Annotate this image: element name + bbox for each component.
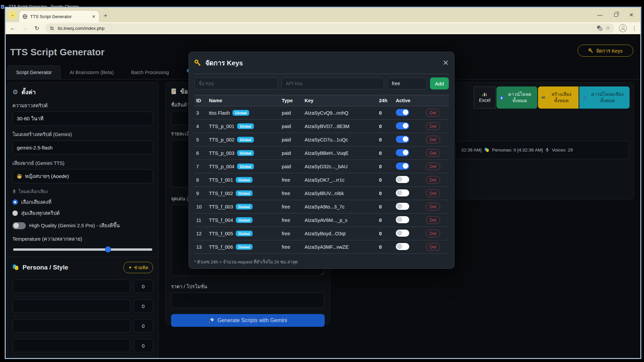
active-toggle[interactable] — [396, 122, 409, 129]
key-name: TTS_f_005Global — [209, 231, 282, 236]
excel-button[interactable]: Excel — [474, 86, 496, 109]
delete-key-button[interactable]: Del — [426, 230, 440, 237]
radio-fixed-voice[interactable]: เลือกเสียงคงที่ — [12, 198, 153, 206]
modal-close-icon[interactable]: ✕ — [443, 59, 449, 67]
reload-button[interactable]: ↻ — [33, 25, 41, 32]
persona-weight-input[interactable]: 0 — [133, 280, 153, 293]
temperature-slider[interactable] — [13, 248, 152, 251]
active-toggle[interactable] — [396, 163, 409, 170]
radio-unselected-icon — [12, 210, 18, 216]
active-toggle[interactable] — [396, 216, 409, 223]
key-value: AIzaSyBoyd...O3qI — [305, 231, 379, 236]
back-button[interactable]: ← — [9, 25, 16, 32]
manage-keys-button[interactable]: จัดการ Keys — [578, 45, 633, 57]
key-name: TTS_f_001Global — [209, 177, 282, 183]
persona-input[interactable] — [12, 319, 130, 333]
persona-weight-input[interactable]: 0 — [133, 299, 153, 313]
manage-keys-modal: จัดการ Keys ✕ free Add ID Name Type Key — [189, 52, 454, 269]
key-24h-count: 0 — [379, 191, 396, 196]
hq-toggle[interactable] — [12, 222, 26, 229]
active-toggle[interactable] — [396, 109, 409, 116]
delete-key-button[interactable]: Del — [426, 203, 440, 210]
key-id: 11 — [196, 218, 209, 223]
persona-help-button[interactable]: ✦ ช่วยคิด — [123, 262, 153, 273]
tab-close-icon[interactable]: ✕ — [92, 14, 96, 19]
length-label: ความยาวสคริปต์ — [12, 102, 153, 109]
key-name-input[interactable] — [194, 77, 278, 89]
tab-batch-processing[interactable]: Batch Processing — [122, 66, 178, 79]
tab-script-generator[interactable]: Script Generator — [7, 65, 61, 79]
persona-weight-input[interactable]: 0 — [133, 339, 153, 352]
tab-ai-brainstorm[interactable]: AI Brainstorm (Beta) — [61, 66, 122, 79]
bookmark-star-icon[interactable]: ☆ — [606, 25, 610, 31]
active-toggle[interactable] — [396, 189, 409, 196]
delete-key-button[interactable]: Del — [426, 189, 440, 197]
delete-key-button[interactable]: Del — [426, 109, 440, 117]
profile-avatar-icon[interactable] — [619, 24, 627, 32]
active-toggle[interactable] — [396, 243, 409, 250]
key-value: AIzaSyA9to...3_7c — [305, 204, 379, 209]
length-select[interactable]: 30-60 วินาที — [12, 112, 153, 126]
persona-input[interactable] — [12, 339, 130, 352]
svg-text:A: A — [600, 27, 601, 31]
delete-key-button[interactable]: Del — [426, 216, 440, 224]
active-toggle[interactable] — [396, 230, 409, 237]
masks-icon — [484, 147, 489, 153]
voice-label: เสียงพากย์ (Gemini TTS) — [12, 159, 153, 167]
key-24h-count: 0 — [379, 231, 396, 236]
window-close-button[interactable]: ✕ — [629, 12, 634, 18]
key-id: 6 — [196, 150, 209, 156]
tab-search-button[interactable]: ⌄ — [8, 11, 17, 19]
delete-key-button[interactable]: Del — [426, 136, 440, 143]
key-row: 12TTS_f_005GlobalfreeAIzaSyBoyd...O3qI0D… — [194, 227, 449, 240]
key-row: 9TTS_f_002GlobalfreeAIzaSyBlUV...nIbk0De… — [194, 187, 449, 200]
minimize-button[interactable]: — — [597, 12, 603, 18]
active-toggle[interactable] — [396, 149, 409, 156]
persona-input[interactable] — [12, 280, 130, 293]
keys-table-body: 3ttss FlashGlobalpaidAIzaSyCvQ9...nnhQ0D… — [194, 106, 449, 254]
restore-button[interactable] — [614, 13, 618, 17]
radio-random-voice[interactable]: สุ่มเสียงทุกสคริปต์ — [12, 209, 153, 217]
active-toggle[interactable] — [396, 136, 409, 143]
url-text[interactable]: tts.lnwsj.com/index.php — [58, 26, 594, 31]
delete-key-button[interactable]: Del — [426, 176, 440, 184]
delete-key-button[interactable]: Del — [426, 163, 440, 170]
new-tab-button[interactable]: + — [104, 12, 107, 19]
generate-scripts-button[interactable]: Generate Scripts with Gemini — [171, 314, 325, 327]
api-key-input[interactable] — [281, 77, 384, 89]
key-row: 5TTS_p_002GlobalpaidAIzaSyCD7u...1uQc0De… — [194, 133, 449, 146]
download-all-button[interactable]: ดาวน์โหลด ทั้งหมด — [496, 86, 537, 109]
model-select[interactable]: gemini-2.5-flash — [12, 140, 153, 155]
persona-row: 0 — [12, 356, 153, 358]
modal-footnote: * ตัวเลข 24h = จำนวน request ที่สำเร็จใน… — [194, 258, 449, 265]
browser-menu-icon[interactable]: ⋮ — [632, 25, 637, 32]
microphone-icon — [545, 148, 549, 152]
delete-key-button[interactable]: Del — [426, 122, 440, 130]
delete-key-button[interactable]: Del — [426, 149, 440, 157]
key-type-select[interactable]: free — [387, 77, 427, 89]
site-settings-icon[interactable] — [49, 26, 54, 31]
key-24h-count: 0 — [379, 177, 396, 183]
slider-thumb[interactable] — [105, 246, 111, 252]
browser-tab[interactable]: TTS Script Generator ✕ — [19, 11, 99, 22]
add-key-button[interactable]: Add — [430, 77, 449, 89]
download-all-audio-button[interactable]: ♫ ดาวน์โหลดเสียง ทั้งหมด — [579, 86, 630, 109]
rocket-icon — [209, 318, 214, 323]
price-input[interactable] — [171, 293, 325, 308]
resize-handle[interactable] — [320, 271, 323, 275]
key-type: free — [282, 218, 305, 223]
key-type: free — [282, 244, 305, 250]
generate-all-audio-button[interactable]: สร้างเสียง ทั้งหมด — [538, 86, 579, 109]
voice-select[interactable]: หญิงสบายๆ (Aoede) — [12, 169, 153, 183]
active-toggle[interactable] — [396, 203, 409, 210]
persona-input[interactable] — [12, 299, 130, 313]
temperature-label: Temperature (ความหลากหลาย) — [12, 235, 153, 243]
active-toggle[interactable] — [396, 176, 409, 183]
key-value: AIzaSyAV6M..._p_s — [305, 218, 379, 223]
global-badge: Global — [237, 150, 254, 156]
address-bar[interactable]: tts.lnwsj.com/index.php 文A ☆ — [45, 23, 614, 33]
translate-icon[interactable]: 文A — [597, 25, 602, 31]
global-badge: Global — [236, 244, 253, 250]
delete-key-button[interactable]: Del — [426, 243, 440, 251]
persona-weight-input[interactable]: 0 — [133, 319, 153, 333]
